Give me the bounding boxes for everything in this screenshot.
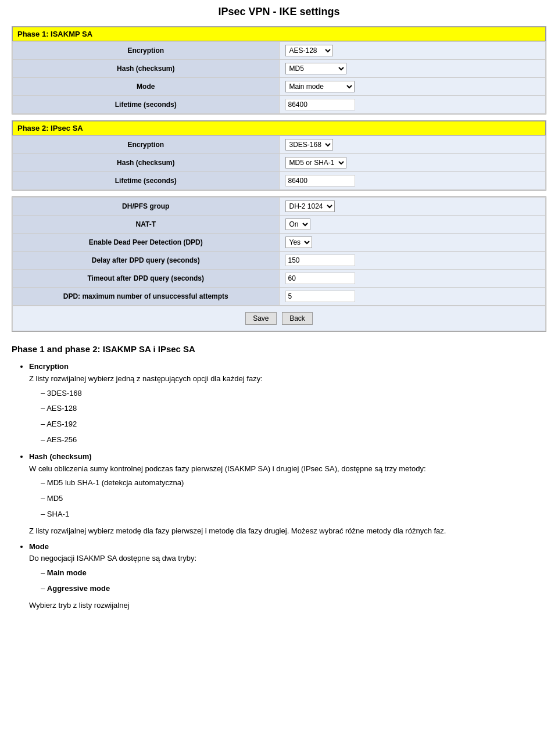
extra-section: DH/PFS groupDH-2 1024DH-5 1536DH-1 768NA…	[12, 196, 546, 332]
phase2-section: Phase 2: IPsec SA Encryption3DES-168AES-…	[12, 120, 546, 191]
dpd-max-attempts-value-cell	[279, 288, 546, 306]
page-title: IPsec VPN - IKE settings	[12, 6, 546, 18]
phase1-mode-value-cell: Main modeAggressive mode	[279, 78, 546, 96]
dpd-timeout-value-cell	[279, 270, 546, 288]
phase1-hash-label: Hash (checksum)	[13, 60, 280, 78]
dpd-max-attempts-input[interactable]	[285, 291, 355, 302]
phase1-encryption-select[interactable]: 3DES-168AES-128AES-192AES-256	[285, 45, 333, 56]
dh-pfs-group-label: DH/PFS group	[13, 198, 280, 216]
phase2-hash-value-cell: MD5 or SHA-1MD5SHA-1	[279, 154, 546, 172]
dh-pfs-group-value-cell: DH-2 1024DH-5 1536DH-1 768	[279, 198, 546, 216]
nat-t-value-cell: OnOff	[279, 216, 546, 234]
dpd-enable-select[interactable]: YesNo	[285, 237, 312, 248]
dpd-delay-label: Delay after DPD query (seconds)	[13, 252, 280, 270]
phase1-encryption-label: Encryption	[13, 42, 280, 60]
save-button[interactable]: Save	[245, 312, 276, 325]
nat-t-label: NAT-T	[13, 216, 280, 234]
dpd-timeout-input[interactable]	[285, 273, 355, 284]
dpd-enable-label: Enable Dead Peer Detection (DPD)	[13, 234, 280, 252]
doc-item: Hash (checksum)W celu obliczenia sumy ko…	[29, 451, 546, 538]
phase2-hash-label: Hash (checksum)	[13, 154, 280, 172]
phase1-mode-select[interactable]: Main modeAggressive mode	[285, 81, 355, 92]
back-button[interactable]: Back	[282, 312, 313, 325]
phase2-hash-select[interactable]: MD5 or SHA-1MD5SHA-1	[285, 157, 346, 169]
doc-heading: Phase 1 and phase 2: ISAKMP SA i IPsec S…	[12, 342, 546, 356]
phase2-header: Phase 2: IPsec SA	[12, 121, 546, 135]
phase1-header: Phase 1: ISAKMP SA	[12, 27, 546, 41]
phase2-encryption-select[interactable]: 3DES-168AES-128AES-192AES-256	[285, 139, 333, 151]
phase1-mode-label: Mode	[13, 78, 280, 96]
phase1-lifetime-input[interactable]	[285, 99, 355, 110]
phase2-lifetime-value-cell	[279, 172, 546, 190]
phase1-lifetime-label: Lifetime (seconds)	[13, 96, 280, 114]
dpd-enable-value-cell: YesNo	[279, 234, 546, 252]
phase1-table: Encryption3DES-168AES-128AES-192AES-256H…	[12, 41, 546, 114]
dpd-max-attempts-label: DPD: maximum number of unsuccessful atte…	[13, 288, 280, 306]
phase1-hash-value-cell: MD5 or SHA-1MD5SHA-1	[279, 60, 546, 78]
phase1-encryption-value-cell: 3DES-168AES-128AES-192AES-256	[279, 42, 546, 60]
doc-section: Phase 1 and phase 2: ISAKMP SA i IPsec S…	[12, 342, 546, 612]
dpd-delay-input[interactable]	[285, 255, 355, 266]
dpd-delay-value-cell	[279, 252, 546, 270]
phase2-lifetime-label: Lifetime (seconds)	[13, 172, 280, 190]
phase2-table: Encryption3DES-168AES-128AES-192AES-256H…	[12, 135, 546, 190]
phase2-lifetime-input[interactable]	[285, 175, 355, 187]
doc-item: EncryptionZ listy rozwijalnej wybierz je…	[29, 361, 546, 446]
phase1-section: Phase 1: ISAKMP SA Encryption3DES-168AES…	[12, 26, 546, 114]
phase1-lifetime-value-cell	[279, 96, 546, 114]
doc-item: ModeDo negocjacji ISAKMP SA dostępne są …	[29, 541, 546, 612]
phase1-hash-select[interactable]: MD5 or SHA-1MD5SHA-1	[285, 63, 346, 74]
doc-list: EncryptionZ listy rozwijalnej wybierz je…	[12, 361, 546, 612]
dpd-timeout-label: Timeout after DPD query (seconds)	[13, 270, 280, 288]
nat-t-select[interactable]: OnOff	[285, 218, 310, 230]
button-row: Save Back	[12, 306, 546, 331]
dh-pfs-group-select[interactable]: DH-2 1024DH-5 1536DH-1 768	[285, 200, 335, 212]
phase2-encryption-value-cell: 3DES-168AES-128AES-192AES-256	[279, 136, 546, 154]
phase2-encryption-label: Encryption	[13, 136, 280, 154]
extra-table: DH/PFS groupDH-2 1024DH-5 1536DH-1 768NA…	[12, 197, 546, 306]
